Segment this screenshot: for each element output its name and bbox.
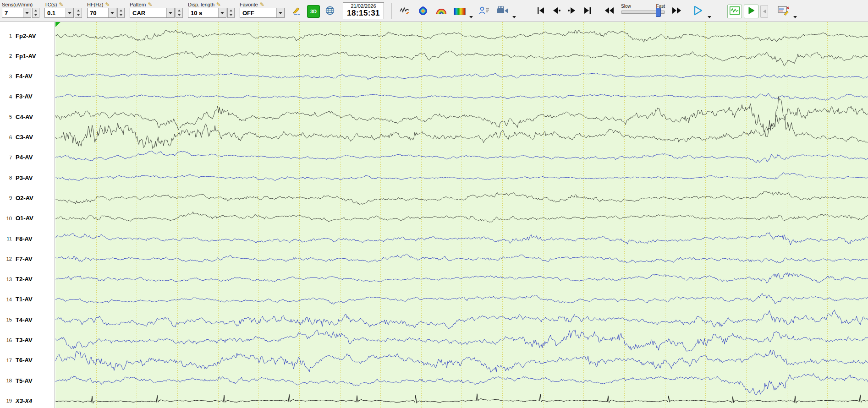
fast-forward-icon — [671, 7, 681, 16]
speed-slider[interactable]: Slow Fast — [621, 4, 665, 14]
channel-row[interactable]: 11F8-AV — [0, 234, 55, 243]
tc-dropdown-arrow-icon[interactable] — [66, 8, 73, 17]
disp-length-combobox[interactable]: 10 s — [188, 8, 226, 18]
hf-field: HF(Hz) 70 — [87, 1, 125, 18]
datetime-display: 21/02/2026 18:15:31 — [343, 2, 384, 19]
step-forward-button[interactable] — [565, 4, 579, 19]
pattern-spin-down-button[interactable] — [176, 13, 183, 18]
sens-spin-up-button[interactable] — [32, 8, 39, 13]
hf-edit-pencil-icon[interactable] — [105, 2, 110, 7]
channel-row[interactable]: 12F7-AV — [0, 255, 55, 263]
channel-label: T1-AV — [16, 296, 33, 303]
brain-map-button[interactable] — [415, 4, 431, 19]
favorite-edit-pencil-icon[interactable] — [260, 2, 264, 7]
channel-label: P4-AV — [16, 154, 33, 161]
skip-to-start-icon — [536, 7, 545, 16]
hf-value: 70 — [88, 10, 108, 16]
channel-row[interactable]: 13T2-AV — [0, 275, 55, 283]
colormap-button[interactable] — [451, 4, 468, 19]
head-map-settings-button[interactable] — [322, 4, 338, 19]
channel-label: X3-X4 — [16, 397, 32, 404]
sens-dropdown-arrow-icon[interactable] — [23, 8, 31, 17]
video-button[interactable] — [494, 4, 511, 19]
channel-row[interactable]: 19X3-X4 — [0, 397, 55, 405]
channel-row[interactable]: 5C4-AV — [0, 113, 55, 121]
channel-label: O1-AV — [16, 215, 33, 222]
favorite-combobox[interactable]: OFF — [240, 8, 285, 18]
video-group-dropdown-icon[interactable] — [512, 16, 516, 18]
sens-combobox[interactable]: 7 — [2, 8, 31, 18]
disp-length-spin-down-button[interactable] — [227, 13, 235, 18]
patient-info-button[interactable] — [476, 4, 493, 19]
play-green-button[interactable] — [744, 5, 758, 18]
sens-spinner — [32, 8, 39, 18]
trend-button[interactable] — [396, 4, 413, 19]
channel-row[interactable]: 3F4-AV — [0, 72, 55, 81]
pattern-field: Pattern CAR — [130, 1, 183, 18]
step-forward-icon — [567, 7, 577, 16]
channel-row[interactable]: 6C3-AV — [0, 133, 55, 141]
sens-spin-down-button[interactable] — [32, 13, 39, 18]
step-back-icon — [552, 7, 561, 16]
play-button[interactable] — [690, 4, 706, 19]
channel-row[interactable]: 8P3-AV — [0, 174, 55, 182]
pattern-dropdown-arrow-icon[interactable] — [166, 8, 174, 17]
channel-row[interactable]: 10O1-AV — [0, 214, 55, 223]
montage-group-dropdown-icon[interactable] — [793, 16, 797, 18]
eeg-display-canvas[interactable] — [55, 22, 868, 408]
tc-field: TC(s) 0.1 — [44, 1, 82, 18]
tc-spin-up-button[interactable] — [75, 8, 82, 13]
annotation-pen-button[interactable] — [289, 4, 305, 19]
prev-page-button[interactable] — [760, 5, 768, 18]
speed-slider-track[interactable] — [621, 11, 665, 14]
channel-number: 12 — [0, 256, 12, 261]
hf-spin-up-button[interactable] — [117, 8, 125, 13]
map-group-dropdown-icon[interactable] — [469, 16, 473, 18]
speed-slider-handle[interactable] — [656, 8, 661, 17]
skip-to-end-icon — [583, 7, 592, 16]
hf-combobox[interactable]: 70 — [87, 8, 116, 18]
hf-dropdown-arrow-icon[interactable] — [108, 8, 116, 17]
pattern-combobox[interactable]: CAR — [130, 8, 175, 18]
rainbow-map-button[interactable] — [433, 4, 450, 19]
disp-length-edit-pencil-icon[interactable] — [216, 2, 221, 7]
tc-edit-pencil-icon[interactable] — [59, 2, 64, 7]
forward-button[interactable] — [670, 4, 683, 19]
pattern-spin-up-button[interactable] — [176, 8, 183, 13]
pattern-spinner — [176, 8, 183, 18]
disp-length-dropdown-arrow-icon[interactable] — [218, 8, 226, 17]
tc-combobox[interactable]: 0.1 — [44, 8, 74, 18]
channel-row[interactable]: 14T1-AV — [0, 295, 55, 304]
channel-row[interactable]: 4F3-AV — [0, 92, 55, 101]
channel-label: Fp1-AV — [16, 53, 36, 60]
favorite-dropdown-arrow-icon[interactable] — [276, 8, 284, 17]
montage-settings-button[interactable] — [775, 4, 792, 19]
eeg-view-button[interactable] — [727, 5, 742, 18]
channel-row[interactable]: 18T5-AV — [0, 376, 55, 385]
disp-length-spin-up-button[interactable] — [227, 8, 235, 13]
play-group-dropdown-icon[interactable] — [708, 16, 711, 18]
channel-row[interactable]: 7P4-AV — [0, 153, 55, 162]
channel-label: F8-AV — [16, 235, 33, 242]
hf-spin-down-button[interactable] — [117, 13, 125, 18]
jump-to-end-button[interactable] — [581, 4, 594, 19]
channel-row[interactable]: 1Fp2-AV — [0, 32, 55, 40]
colormap-icon — [454, 8, 466, 15]
channel-row[interactable]: 15T4-AV — [0, 316, 55, 324]
channel-row[interactable]: 9O2-AV — [0, 194, 55, 202]
tc-spin-down-button[interactable] — [75, 13, 82, 18]
slider-slow-label: Slow — [621, 4, 631, 9]
channel-row[interactable]: 2Fp1-AV — [0, 52, 55, 60]
rewind-button[interactable] — [603, 4, 616, 19]
disp-length-label: Disp. length — [188, 2, 214, 7]
channel-number: 7 — [0, 155, 12, 160]
jump-to-start-button[interactable] — [534, 4, 548, 19]
video-camera-icon — [497, 6, 509, 17]
pattern-edit-pencil-icon[interactable] — [148, 2, 152, 7]
channel-row[interactable]: 17T6-AV — [0, 356, 55, 364]
annotation-pen-icon — [292, 6, 302, 17]
step-back-button[interactable] — [549, 4, 563, 19]
channel-number: 4 — [0, 94, 12, 99]
channel-row[interactable]: 16T3-AV — [0, 336, 55, 344]
view-3d-button[interactable]: 3D — [307, 5, 320, 18]
